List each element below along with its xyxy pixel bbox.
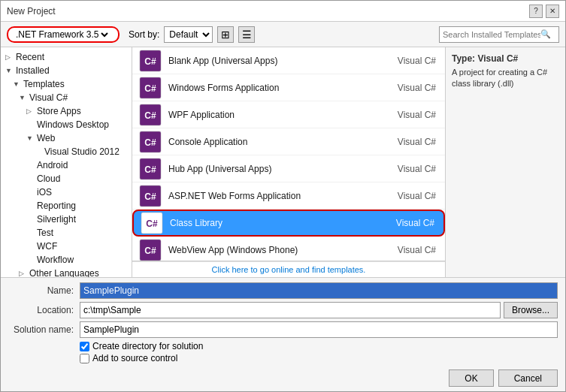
- template-row-2[interactable]: C#WPF ApplicationVisual C#: [132, 101, 445, 128]
- svg-text:C#: C#: [144, 191, 156, 202]
- sidebar-arrow-16: ▷: [19, 270, 28, 277]
- sidebar-item-1[interactable]: ▼Installed: [1, 64, 132, 77]
- svg-text:C#: C#: [144, 83, 156, 94]
- create-dir-row: Create directory for solution: [80, 341, 558, 351]
- location-label: Location:: [8, 305, 80, 315]
- sidebar-label-7: Visual Studio 2012: [44, 146, 120, 157]
- sidebar-label-3: Visual C#: [29, 92, 68, 103]
- create-dir-checkbox[interactable]: [80, 342, 89, 351]
- bottom-bar: Name: Location: Browse... Solution name:…: [1, 277, 565, 391]
- template-icon-4: C#: [138, 157, 162, 181]
- template-lang-0: Visual C#: [379, 56, 439, 66]
- content-area: C#Blank App (Universal Apps)Visual C#C#W…: [132, 47, 445, 277]
- template-lang-3: Visual C#: [379, 137, 439, 147]
- template-lang-2: Visual C#: [379, 110, 439, 120]
- right-panel: Type: Visual C# A project for creating a…: [445, 47, 565, 277]
- sidebar-label-11: Reporting: [37, 201, 76, 211]
- template-row-7[interactable]: C#WebView App (Windows Phone)Visual C#: [132, 237, 445, 261]
- sidebar-item-9[interactable]: Cloud: [1, 172, 132, 185]
- sidebar-item-5[interactable]: Windows Desktop: [1, 118, 132, 131]
- sortby-select[interactable]: Default Name Date: [164, 26, 213, 43]
- template-name-5: ASP.NET Web Forms Application: [168, 191, 379, 201]
- template-row-3[interactable]: C#Console ApplicationVisual C#: [132, 128, 445, 155]
- dialog-title: New Project: [7, 6, 56, 17]
- help-button[interactable]: ?: [529, 5, 543, 18]
- framework-dropdown[interactable]: .NET Framework 3.5 .NET Framework 4 .NET…: [7, 26, 120, 43]
- main-content: ▷Recent▼Installed▼Templates▼Visual C#▷St…: [1, 47, 565, 277]
- svg-text:C#: C#: [146, 219, 158, 229]
- grid-view-button[interactable]: ⊞: [217, 26, 234, 43]
- browse-button[interactable]: Browse...: [504, 302, 558, 318]
- template-lang-7: Visual C#: [379, 245, 439, 255]
- sidebar-item-6[interactable]: ▼Web: [1, 131, 132, 145]
- sidebar-item-0[interactable]: ▷Recent: [1, 50, 132, 64]
- checkboxes: Create directory for solution Add to sou…: [80, 341, 558, 363]
- title-bar: New Project ? ✕: [1, 1, 565, 22]
- sidebar-label-5: Windows Desktop: [37, 119, 109, 130]
- sidebar-item-2[interactable]: ▼Templates: [1, 77, 132, 91]
- svg-text:C#: C#: [144, 246, 156, 256]
- sidebar-item-7[interactable]: Visual Studio 2012: [1, 145, 132, 158]
- cancel-button[interactable]: Cancel: [498, 369, 558, 387]
- framework-select[interactable]: .NET Framework 3.5 .NET Framework 4 .NET…: [13, 29, 110, 41]
- template-row-0[interactable]: C#Blank App (Universal Apps)Visual C#: [132, 47, 445, 74]
- sidebar-item-3[interactable]: ▼Visual C#: [1, 91, 132, 104]
- ok-button[interactable]: OK: [449, 369, 493, 387]
- template-lang-5: Visual C#: [379, 191, 439, 201]
- template-icon-0: C#: [138, 49, 162, 73]
- sidebar-item-10[interactable]: iOS: [1, 185, 132, 199]
- source-control-label: Add to source control: [92, 353, 177, 363]
- type-label: Type: Visual C#: [452, 53, 559, 64]
- svg-text:C#: C#: [144, 56, 156, 67]
- sidebar-label-12: Silverlight: [37, 214, 76, 225]
- sidebar-arrow-0: ▷: [5, 53, 14, 61]
- sidebar-label-9: Cloud: [37, 173, 60, 184]
- sidebar: ▷Recent▼Installed▼Templates▼Visual C#▷St…: [1, 47, 132, 277]
- name-label: Name:: [8, 285, 80, 296]
- toolbar: .NET Framework 3.5 .NET Framework 4 .NET…: [1, 22, 565, 47]
- sidebar-item-15[interactable]: Workflow: [1, 253, 132, 267]
- template-name-7: WebView App (Windows Phone): [168, 245, 379, 255]
- svg-text:C#: C#: [144, 137, 156, 148]
- sidebar-label-10: iOS: [37, 187, 52, 198]
- template-icon-1: C#: [138, 76, 162, 100]
- search-box: 🔍: [439, 26, 559, 43]
- sidebar-item-13[interactable]: Test: [1, 226, 132, 240]
- sidebar-item-11[interactable]: Reporting: [1, 199, 132, 213]
- sidebar-item-16[interactable]: ▷Other Languages: [1, 267, 132, 277]
- sidebar-label-6: Web: [37, 133, 55, 143]
- name-input[interactable]: [80, 282, 558, 299]
- title-bar-buttons: ? ✕: [529, 5, 559, 18]
- template-row-4[interactable]: C#Hub App (Universal Apps)Visual C#: [132, 155, 445, 182]
- sidebar-label-2: Templates: [23, 79, 65, 89]
- sidebar-label-0: Recent: [16, 52, 44, 62]
- template-name-2: WPF Application: [168, 110, 379, 120]
- template-name-6: Class Library: [170, 218, 377, 228]
- location-input[interactable]: [80, 302, 501, 318]
- sidebar-label-13: Test: [37, 228, 53, 238]
- solution-input[interactable]: [80, 321, 558, 338]
- source-control-row: Add to source control: [80, 353, 558, 363]
- template-lang-1: Visual C#: [379, 83, 439, 93]
- dialog-buttons: OK Cancel: [8, 369, 558, 387]
- close-button[interactable]: ✕: [546, 5, 559, 18]
- location-combo: Browse...: [80, 302, 558, 318]
- template-list: C#Blank App (Universal Apps)Visual C#C#W…: [132, 47, 445, 261]
- sidebar-item-12[interactable]: Silverlight: [1, 213, 132, 226]
- sidebar-item-4[interactable]: ▷Store Apps: [1, 104, 132, 118]
- search-icon: 🔍: [540, 29, 551, 39]
- location-row: Location: Browse...: [8, 302, 558, 318]
- template-row-5[interactable]: C#ASP.NET Web Forms ApplicationVisual C#: [132, 182, 445, 210]
- template-lang-6: Visual C#: [377, 218, 437, 228]
- template-row-1[interactable]: C#Windows Forms ApplicationVisual C#: [132, 74, 445, 101]
- sidebar-item-14[interactable]: WCF: [1, 240, 132, 253]
- online-link[interactable]: Click here to go online and find templat…: [132, 261, 445, 277]
- sidebar-item-8[interactable]: Android: [1, 158, 132, 172]
- list-view-button[interactable]: ☰: [238, 26, 255, 43]
- search-input[interactable]: [443, 30, 540, 39]
- template-icon-3: C#: [138, 130, 162, 154]
- template-row-6[interactable]: C#Class LibraryVisual C#: [132, 210, 445, 237]
- source-control-checkbox[interactable]: [80, 354, 89, 363]
- solution-row: Solution name:: [8, 321, 558, 338]
- sidebar-label-15: Workflow: [37, 255, 74, 265]
